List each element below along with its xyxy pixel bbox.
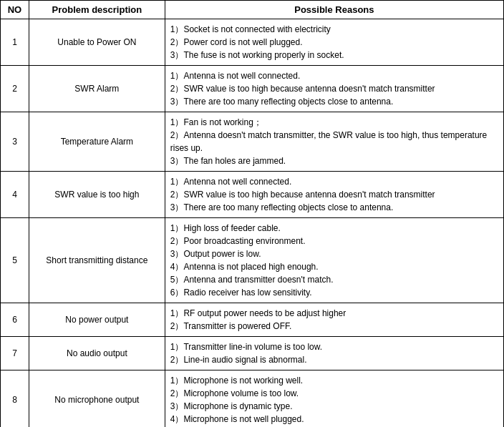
- row-problem: No microphone output: [29, 370, 165, 428]
- reason-item: 3）There are too many reflecting objects …: [170, 201, 498, 214]
- reason-item: 6）Radio receiver has low sensitivity.: [170, 286, 498, 299]
- row-reasons: 1）Microphone is not working well.2）Micro…: [165, 370, 503, 428]
- reason-item: 1）Socket is not connected with electrici…: [170, 23, 498, 36]
- header-no: NO: [1, 1, 29, 19]
- row-reasons: 1）Antenna is not well connected.2）SWR va…: [165, 66, 503, 112]
- row-reasons: 1）High loss of feeder cable.2）Poor broad…: [165, 218, 503, 303]
- row-number: 3: [1, 112, 29, 172]
- row-reasons: 1）RF output power needs to be adjust hig…: [165, 303, 503, 337]
- table-row: 2SWR Alarm1）Antenna is not well connecte…: [1, 66, 504, 112]
- reason-item: 1）RF output power needs to be adjust hig…: [170, 307, 498, 320]
- reason-item: 2）SWR value is too high because antenna …: [170, 188, 498, 201]
- table-row: 1Unable to Power ON1）Socket is not conne…: [1, 19, 504, 66]
- table-row: 5Short transmitting distance1）High loss …: [1, 218, 504, 303]
- table-row: 7No audio output1）Transmitter line-in vo…: [1, 337, 504, 370]
- reason-item: 2）Poor broadcasting environment.: [170, 235, 498, 247]
- reason-item: 3）There are too many reflecting objects …: [170, 95, 498, 108]
- row-number: 1: [1, 19, 29, 66]
- row-reasons: 1）Socket is not connected with electrici…: [165, 19, 503, 66]
- row-problem: SWR value is too high: [29, 172, 165, 218]
- reason-item: 1）Microphone is not working well.: [170, 374, 498, 387]
- reason-item: 3）Microphone is dynamic type.: [170, 400, 498, 413]
- table-row: 8No microphone output1）Microphone is not…: [1, 370, 504, 428]
- header-problem: Problem description: [29, 1, 165, 19]
- row-number: 2: [1, 66, 29, 112]
- reason-item: 2）Antenna doesn't match transmitter, the…: [170, 129, 498, 154]
- reason-item: 2）Line-in audio signal is abnormal.: [170, 353, 498, 366]
- reason-item: 5）Antenna and transmitter doesn't match.: [170, 273, 498, 286]
- row-problem: No power output: [29, 303, 165, 337]
- reason-item: 1）Transmitter line-in volume is too low.: [170, 340, 498, 353]
- table-row: 6No power output1）RF output power needs …: [1, 303, 504, 337]
- reason-item: 1）Antenna is not well connected.: [170, 69, 498, 82]
- troubleshooting-table: NO Problem description Possible Reasons …: [0, 0, 504, 427]
- row-problem: Short transmitting distance: [29, 218, 165, 303]
- row-number: 4: [1, 172, 29, 218]
- reason-item: 1）Fan is not working；: [170, 116, 498, 129]
- table-row: 3Temperature Alarm1）Fan is not working；2…: [1, 112, 504, 172]
- reason-item: 3）The fuse is not working properly in so…: [170, 49, 498, 62]
- row-problem: Temperature Alarm: [29, 112, 165, 172]
- row-problem: No audio output: [29, 337, 165, 370]
- reason-item: 4）Microphone is not well plugged.: [170, 413, 498, 426]
- reason-item: 3）The fan holes are jammed.: [170, 154, 498, 167]
- reason-item: 2）SWR value is too high because antenna …: [170, 82, 498, 95]
- row-reasons: 1）Antenna not well connected.2）SWR value…: [165, 172, 503, 218]
- reason-item: 1）Antenna not well connected.: [170, 175, 498, 188]
- row-number: 5: [1, 218, 29, 303]
- row-number: 7: [1, 337, 29, 370]
- row-number: 8: [1, 370, 29, 428]
- header-reasons: Possible Reasons: [165, 1, 503, 19]
- row-problem: SWR Alarm: [29, 66, 165, 112]
- row-problem: Unable to Power ON: [29, 19, 165, 66]
- table-row: 4SWR value is too high1）Antenna not well…: [1, 172, 504, 218]
- reason-item: 2）Transmitter is powered OFF.: [170, 320, 498, 333]
- reason-item: 2）Microphone volume is too low.: [170, 387, 498, 400]
- reason-item: 1）High loss of feeder cable.: [170, 222, 498, 235]
- row-reasons: 1）Fan is not working；2）Antenna doesn't m…: [165, 112, 503, 172]
- row-number: 6: [1, 303, 29, 337]
- reason-item: 4）Antenna is not placed high enough.: [170, 260, 498, 273]
- row-reasons: 1）Transmitter line-in volume is too low.…: [165, 337, 503, 370]
- reason-item: 3）Output power is low.: [170, 247, 498, 260]
- reason-item: 2）Power cord is not well plugged.: [170, 36, 498, 49]
